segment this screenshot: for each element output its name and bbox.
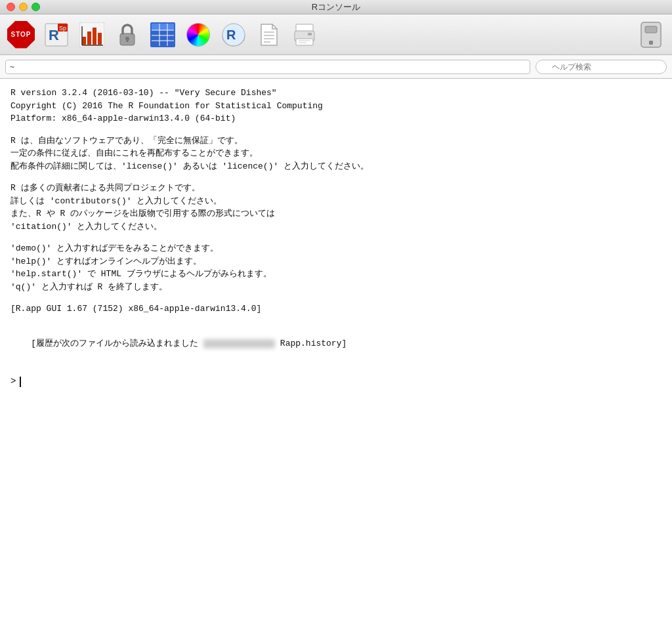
console-gui-version: [R.app GUI 1.67 (7152) x86_64-apple-darw… bbox=[10, 302, 662, 316]
console-jp-line-8: 'demo()' と入力すればデモをみることができます。 bbox=[10, 242, 662, 255]
color-wheel-button[interactable] bbox=[182, 19, 214, 51]
console-jp-line-2: 一定の条件に従えば、自由にこれを再配布することができます。 bbox=[10, 147, 662, 160]
svg-rect-6 bbox=[87, 31, 91, 45]
console-blank-5 bbox=[10, 316, 662, 325]
console-jp-line-5: 詳しくは 'contributors()' と入力してください。 bbox=[10, 195, 662, 208]
svg-rect-7 bbox=[93, 28, 96, 45]
console-jp-line-1: R は、自由なソフトウェアであり、「完全に無保証」です。 bbox=[10, 134, 662, 148]
svg-rect-13 bbox=[127, 39, 129, 42]
console-blank-4 bbox=[10, 293, 662, 302]
console-blank-2 bbox=[10, 173, 662, 182]
path-input[interactable] bbox=[5, 60, 530, 74]
svg-rect-8 bbox=[98, 33, 102, 45]
address-bar: 🔍 bbox=[0, 55, 672, 79]
svg-rect-15 bbox=[152, 24, 174, 30]
console-area[interactable]: R version 3.2.4 (2016-03-10) -- "Very Se… bbox=[0, 79, 672, 641]
window-title: Rコンソール bbox=[312, 1, 360, 13]
print-button[interactable] bbox=[289, 19, 320, 51]
svg-rect-36 bbox=[649, 41, 653, 45]
console-line-1: R version 3.2.4 (2016-03-10) -- "Very Se… bbox=[10, 87, 662, 100]
drive-icon bbox=[639, 21, 663, 49]
console-jp-line-6: また、R や R のパッケージを出版物で引用する際の形式については bbox=[10, 207, 662, 220]
toolbar: STOP R Sp bbox=[0, 14, 672, 55]
r-logo-icon: R bbox=[221, 22, 246, 47]
console-history-line: [履歴が次のファイルから読み込まれました Rapp.history] bbox=[10, 325, 662, 363]
r-script-button[interactable]: R Sp bbox=[41, 19, 72, 51]
bar-chart-button[interactable] bbox=[76, 19, 108, 51]
console-line-2: Copyright (C) 2016 The R Foundation for … bbox=[10, 100, 662, 113]
console-jp-line-10: 'help.start()' で HTML ブラウザによるヘルプがみられます。 bbox=[10, 268, 662, 281]
svg-rect-31 bbox=[308, 33, 312, 35]
stop-icon: STOP bbox=[7, 21, 35, 49]
color-wheel-icon bbox=[186, 23, 210, 47]
window-controls[interactable] bbox=[7, 3, 40, 11]
svg-rect-35 bbox=[645, 26, 657, 33]
prompt-symbol: > bbox=[10, 375, 16, 388]
console-jp-line-3: 配布条件の詳細に関しては、'license()' あるいは 'licence()… bbox=[10, 160, 662, 173]
drive-button[interactable] bbox=[635, 19, 667, 51]
prompt-line[interactable]: > bbox=[10, 375, 662, 388]
cursor bbox=[20, 377, 21, 387]
console-jp-line-4: R は多くの貢献者による共同プロジェクトです。 bbox=[10, 182, 662, 195]
console-blank-1 bbox=[10, 125, 662, 134]
stop-button[interactable]: STOP bbox=[5, 19, 37, 51]
svg-rect-30 bbox=[296, 39, 313, 45]
console-blank-3 bbox=[10, 233, 662, 242]
svg-rect-5 bbox=[82, 37, 86, 45]
search-wrapper: 🔍 bbox=[536, 60, 667, 74]
console-jp-line-7: 'citation()' と入力してください。 bbox=[10, 220, 662, 234]
document-button[interactable] bbox=[253, 19, 285, 51]
table-button[interactable] bbox=[147, 19, 178, 51]
lock-button[interactable] bbox=[112, 19, 143, 51]
title-bar: Rコンソール bbox=[0, 0, 672, 14]
console-line-3: Platform: x86_64-apple-darwin13.4.0 (64-… bbox=[10, 112, 662, 125]
document-icon bbox=[259, 23, 279, 47]
svg-text:Sp: Sp bbox=[59, 25, 66, 31]
lock-icon bbox=[117, 23, 137, 47]
blurred-path bbox=[203, 339, 275, 348]
search-input[interactable] bbox=[536, 60, 667, 74]
table-icon bbox=[150, 22, 175, 47]
svg-text:R: R bbox=[49, 27, 59, 43]
close-button[interactable] bbox=[7, 3, 15, 11]
console-jp-line-11: 'q()' と入力すれば R を終了します。 bbox=[10, 281, 662, 294]
minimize-button[interactable] bbox=[19, 3, 28, 11]
print-icon bbox=[292, 23, 317, 47]
maximize-button[interactable] bbox=[32, 3, 40, 11]
r-logo-button[interactable]: R bbox=[218, 19, 249, 51]
r-script-icon: R Sp bbox=[43, 22, 70, 48]
console-jp-line-9: 'help()' とすればオンラインヘルプが出ます。 bbox=[10, 255, 662, 268]
bar-chart-icon bbox=[79, 22, 104, 47]
console-blank-6 bbox=[10, 363, 662, 372]
svg-text:R: R bbox=[226, 28, 236, 42]
